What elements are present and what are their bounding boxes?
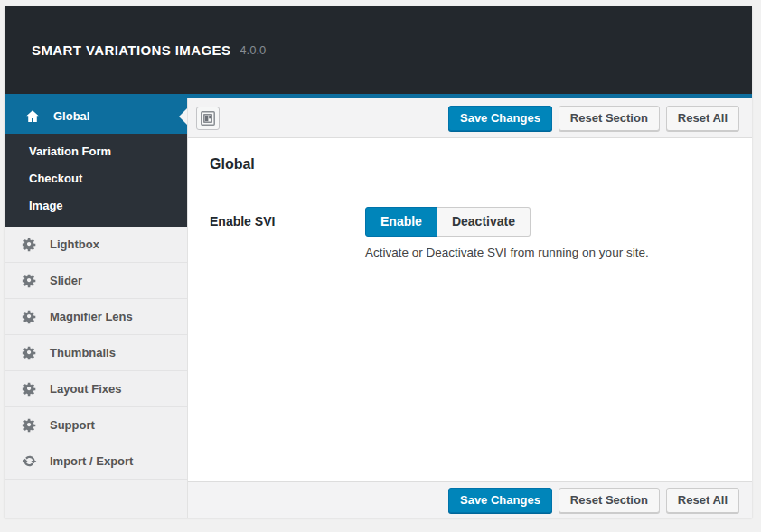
sidebar-item-layout-fixes[interactable]: Layout Fixes (5, 371, 187, 407)
sidebar-item-support[interactable]: Support (5, 407, 187, 443)
setting-description: Activate or Deactivate SVI from running … (365, 246, 649, 259)
page-background: { "colors": { "header_bg": "#23282d", "a… (0, 0, 761, 532)
refresh-icon (22, 453, 37, 469)
sidebar-item-label: Thumbnails (50, 346, 116, 359)
save-changes-button-top[interactable]: Save Changes (448, 106, 552, 131)
sidebar-item-magnifier-lens[interactable]: Magnifier Lens (5, 299, 187, 335)
sidebar-filler (5, 480, 187, 518)
setting-row-enable-svi: Enable SVI Enable Deactivate Activate or… (210, 207, 730, 259)
sidebar-item-import-export[interactable]: Import / Export (5, 443, 187, 480)
sidebar: Global Variation Form Checkout Image Lig… (5, 98, 188, 518)
page-title: SMART VARIATIONS IMAGES (32, 42, 230, 58)
sidebar-item-label: Layout Fixes (50, 382, 121, 396)
deactivate-option-button[interactable]: Deactivate (437, 207, 531, 237)
sidebar-item-lightbox[interactable]: Lightbox (5, 227, 187, 263)
enable-svi-toggle: Enable Deactivate (365, 207, 531, 237)
sidebar-item-thumbnails[interactable]: Thumbnails (5, 335, 187, 371)
layout-panel-toggle-button[interactable] (196, 107, 220, 130)
sidebar-submenu: Variation Form Checkout Image (5, 134, 187, 227)
sidebar-item-image[interactable]: Image (5, 192, 187, 219)
sidebar-item-label: Slider (50, 274, 82, 287)
save-changes-button-bottom[interactable]: Save Changes (448, 488, 552, 513)
setting-control: Enable Deactivate Activate or Deactivate… (365, 207, 649, 259)
sidebar-item-checkout[interactable]: Checkout (5, 165, 187, 192)
plugin-settings-panel: SMART VARIATIONS IMAGES 4.0.0 Global Var… (5, 6, 752, 518)
home-icon (24, 108, 41, 125)
sidebar-item-label: Lightbox (50, 238, 99, 251)
reset-all-button-bottom[interactable]: Reset All (666, 488, 739, 513)
settings-panel: Global Enable SVI Enable Deactivate Acti… (188, 138, 752, 481)
content-area: Save Changes Reset Section Reset All Glo… (188, 98, 752, 518)
gear-icon (22, 417, 37, 433)
gear-icon (22, 381, 37, 397)
sidebar-item-variation-form[interactable]: Variation Form (5, 138, 187, 165)
sidebar-item-label: Import / Export (50, 454, 133, 468)
reset-section-button-top[interactable]: Reset Section (559, 106, 660, 131)
header: SMART VARIATIONS IMAGES 4.0.0 (5, 6, 752, 94)
top-toolbar: Save Changes Reset Section Reset All (188, 98, 752, 138)
setting-label: Enable SVI (210, 207, 365, 229)
section-title: Global (210, 156, 730, 173)
gear-icon (22, 237, 37, 252)
sidebar-item-label: Magnifier Lens (50, 310, 133, 323)
bottom-toolbar: Save Changes Reset Section Reset All (188, 481, 752, 518)
active-item-arrow (179, 108, 187, 125)
gear-icon (22, 309, 37, 324)
sidebar-item-slider[interactable]: Slider (5, 263, 187, 299)
reset-section-button-bottom[interactable]: Reset Section (559, 488, 660, 513)
enable-option-button[interactable]: Enable (365, 207, 437, 237)
gear-icon (22, 345, 37, 360)
sidebar-item-global[interactable]: Global (5, 98, 187, 134)
layout-panel-icon (199, 109, 217, 127)
version-label: 4.0.0 (240, 43, 266, 57)
sidebar-item-label: Global (53, 109, 89, 123)
sidebar-item-label: Support (50, 418, 95, 432)
gear-icon (22, 273, 37, 288)
reset-all-button-top[interactable]: Reset All (666, 106, 739, 131)
